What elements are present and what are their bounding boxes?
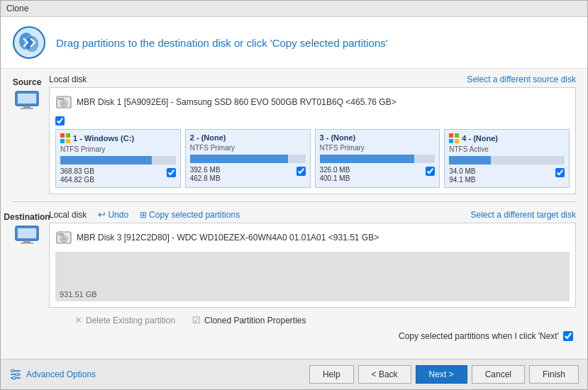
footer: Advanced Options Help < Back Next > Canc… [1,359,587,389]
partition-1-name: 1 - Windows (C:) [73,134,134,143]
partition-2-total: 462.8 MB [190,174,221,182]
svg-rect-13 [60,139,65,143]
undo-link[interactable]: ↩ Undo [98,209,128,220]
source-label: Source [13,77,42,87]
svg-rect-17 [449,139,453,143]
source-checkbox-row [55,116,570,126]
partition-4-checkbox[interactable] [555,168,565,177]
partition-4-sizes: 34.0 MB 94.1 MB [449,167,475,184]
partitions-row: 1 - Windows (C:) NTFS Primary 368.83 GB [55,129,570,188]
partition-1-checkbox[interactable] [167,168,176,177]
dest-disk-title: MBR Disk 3 [912C2D80] - WDC WD10EZEX-60W… [55,229,570,246]
partition-1-used: 368.83 GB [60,167,94,175]
back-button[interactable]: < Back [358,365,411,384]
cloned-props-option: ☑ Cloned Partition Properties [192,315,306,325]
svg-rect-4 [18,94,36,104]
partition-3-header: 3 - (None) [320,133,436,142]
undo-label: Undo [108,210,128,220]
copy-icon: ⊞ [140,210,147,220]
undo-icon: ↩ [98,209,106,220]
svg-rect-20 [18,228,36,238]
source-disk-title: MBR Disk 1 [5A9092E6] - Samsung SSD 860 … [55,94,570,111]
copy-partitions-link[interactable]: ⊞ Copy selected partitions [140,210,240,220]
source-top: Local disk Select a different source dis… [49,74,576,84]
help-button[interactable]: Help [309,365,354,384]
dest-select-link[interactable]: Select a different target disk [470,210,576,220]
svg-rect-5 [23,106,30,108]
destination-section: Destination Local disk ↩ [12,209,576,308]
titlebar: Clone [1,1,587,17]
svg-rect-16 [455,133,459,138]
partition-4-footer: 34.0 MB 94.1 MB [449,167,565,184]
svg-rect-14 [66,139,70,143]
partition-2-checkbox[interactable] [296,167,306,176]
copy-on-next-row: Copy selected partitions when I click 'N… [12,331,576,341]
clone-icon [12,26,46,60]
cancel-button[interactable]: Cancel [472,365,525,384]
dest-disk-name: MBR Disk 3 [912C2D80] - WDC WD10EZEX-60W… [77,233,379,243]
options-row: ✕ Delete Existing partition ☑ Cloned Par… [12,312,576,327]
partition-1-footer: 368.83 GB 464.82 GB [60,167,176,184]
partition-3-bar [320,155,436,163]
dest-content: Local disk ↩ Undo ⊞ Copy selected partit… [49,209,576,308]
dest-label: Destination [4,212,50,222]
dest-disk-type: Local disk [49,210,87,220]
partition-2-sizes: 392.6 MB 462.8 MB [190,166,221,182]
partition-4-header: 4 - (None) [449,133,565,143]
cloned-check-icon: ☑ [192,315,201,325]
windows-flag-icon [60,133,70,143]
partition-4-used: 34.0 MB [449,167,475,175]
delete-partition-option: ✕ Delete Existing partition [74,315,175,325]
svg-rect-21 [23,240,30,243]
partition-2-header: 2 - (None) [190,133,306,142]
advanced-options-label: Advanced Options [26,369,96,379]
dest-icon-col: Destination [12,209,42,246]
partition-4-total: 94.1 MB [449,176,475,184]
dest-controls: Local disk ↩ Undo ⊞ Copy selected partit… [49,209,240,220]
partition-4-type: NTFS Active [449,145,565,153]
svg-rect-10 [58,98,64,100]
partition-2-bar-fill [190,155,288,163]
dest-top: Local disk ↩ Undo ⊞ Copy selected partit… [49,209,576,220]
source-disk-icon [55,94,72,111]
dest-disk-content[interactable]: 931.51 GB [55,252,570,301]
copy-label: Copy selected partitions [149,210,240,220]
partition-2-bar [190,155,306,163]
source-select-link[interactable]: Select a different source disk [467,74,576,84]
partition-1-sizes: 368.83 GB 464.82 GB [60,167,94,184]
source-content: Local disk Select a different source dis… [49,74,576,194]
source-disk-box: MBR Disk 1 [5A9092E6] - Samsung SSD 860 … [49,87,576,194]
source-section: Source Local disk Select a different sou… [12,74,576,194]
cloned-props-label: Cloned Partition Properties [204,316,306,325]
delete-partition-label: Delete Existing partition [86,316,175,325]
partition-4-bar-fill [449,156,491,165]
svg-rect-22 [21,243,33,244]
main-content: Drag partitions to the destination disk … [1,17,587,389]
svg-point-25 [62,238,65,240]
header-text: Drag partitions to the destination disk … [56,37,388,49]
header-section: Drag partitions to the destination disk … [1,17,587,69]
section-divider [12,201,576,202]
partition-1-header: 1 - Windows (C:) [60,133,176,143]
svg-rect-15 [449,133,453,138]
win-flag-icon-4 [449,133,459,143]
svg-rect-12 [66,133,70,138]
source-main-checkbox[interactable] [55,116,65,126]
partition-3-name: 3 - (None) [320,133,356,142]
delete-x-icon: ✕ [74,315,82,325]
partition-1-bar-fill [60,156,152,165]
partition-3: 3 - (None) NTFS Primary 326.0 MB 400.1 [315,129,440,188]
partition-3-checkbox[interactable] [426,167,435,176]
copy-on-next-label: Copy selected partitions when I click 'N… [399,331,559,341]
partition-2-footer: 392.6 MB 462.8 MB [190,166,306,182]
advanced-options-link[interactable]: Advanced Options [9,368,96,381]
dest-disk-box: MBR Disk 3 [912C2D80] - WDC WD10EZEX-60W… [49,223,576,308]
svg-rect-18 [455,139,459,143]
monitor-icon-dest [14,225,40,246]
copy-on-next-checkbox[interactable] [563,331,573,341]
partition-4: 4 - (None) NTFS Active 34.0 MB 94.1 MB [444,129,570,188]
next-button[interactable]: Next > [416,365,467,384]
svg-point-32 [13,377,16,379]
finish-button[interactable]: Finish [529,365,579,384]
partition-3-sizes: 326.0 MB 400.1 MB [320,166,350,182]
